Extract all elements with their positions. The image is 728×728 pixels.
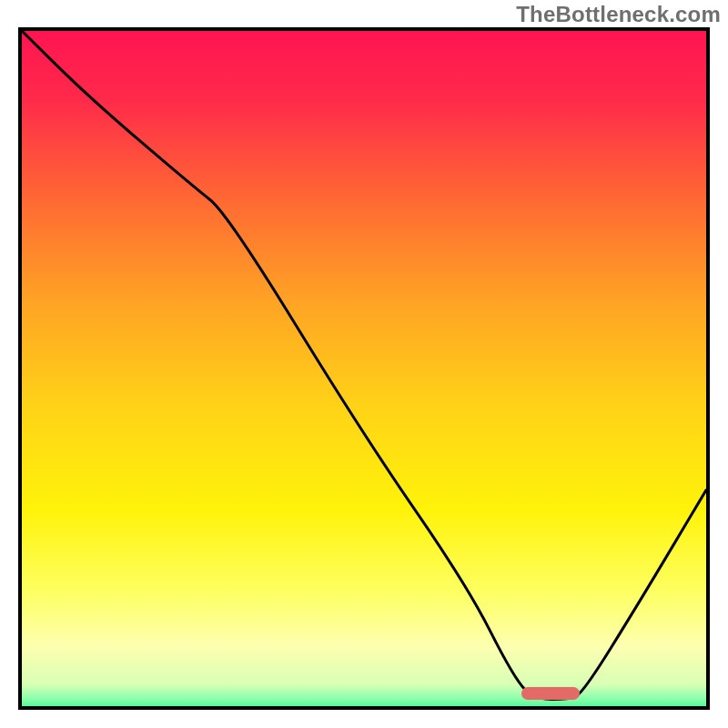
optimal-region-marker <box>521 687 580 700</box>
plot-area <box>18 27 710 710</box>
bottleneck-curve <box>22 31 706 700</box>
curve-layer <box>22 31 706 706</box>
watermark-text: TheBottleneck.com <box>516 2 721 27</box>
chart-frame: TheBottleneck.com <box>0 0 728 728</box>
